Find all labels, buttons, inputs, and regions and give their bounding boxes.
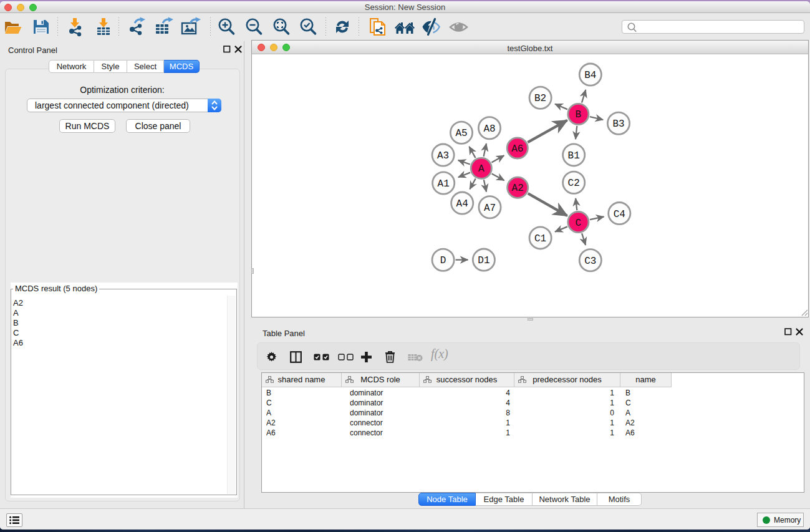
svg-text:D1: D1 xyxy=(478,255,489,266)
svg-text:B4: B4 xyxy=(584,70,596,81)
svg-text:B3: B3 xyxy=(612,118,624,130)
svg-text:A7: A7 xyxy=(484,203,496,214)
svg-text:C1: C1 xyxy=(534,233,546,244)
svg-text:A: A xyxy=(478,163,485,175)
svg-text:A3: A3 xyxy=(437,150,449,162)
svg-text:B1: B1 xyxy=(568,150,580,162)
svg-text:B: B xyxy=(576,109,582,120)
svg-text:C2: C2 xyxy=(568,178,580,189)
svg-text:C3: C3 xyxy=(584,256,596,267)
svg-text:D: D xyxy=(440,255,446,266)
svg-text:A8: A8 xyxy=(483,123,495,135)
svg-text:B2: B2 xyxy=(534,93,546,104)
svg-text:C4: C4 xyxy=(614,209,625,220)
svg-text:A1: A1 xyxy=(438,178,450,190)
svg-text:A4: A4 xyxy=(456,198,468,210)
svg-text:A2: A2 xyxy=(512,183,524,194)
svg-text:A5: A5 xyxy=(455,128,467,139)
svg-text:C: C xyxy=(576,218,582,229)
svg-text:A6: A6 xyxy=(511,143,523,155)
